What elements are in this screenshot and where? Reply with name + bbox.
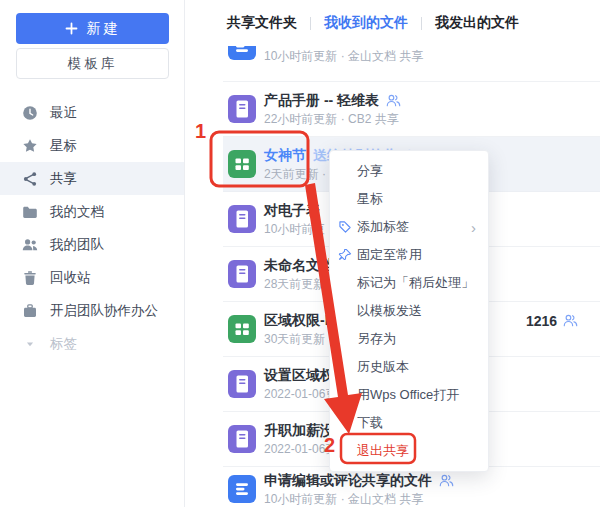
file-title: 对电子表 (264, 202, 325, 219)
people-icon (386, 94, 401, 107)
file-title: 区域权限-E (264, 312, 334, 329)
menu-item-exit-share[interactable]: 退出共享 (330, 437, 488, 465)
file-meta: 2022-01-06更 (264, 387, 337, 401)
file-meta: 30天前更新 (264, 332, 334, 346)
tab-received-files[interactable]: 我收到的文件 (324, 14, 408, 32)
sidebar-item-tags[interactable]: 标签 (0, 327, 184, 360)
sidebar-item-label: 共享 (50, 170, 77, 188)
new-button[interactable]: 新建 (16, 13, 169, 44)
sidebar-item-label: 开启团队协作办公 (50, 302, 158, 320)
file-meta: 10小时前更 (264, 222, 325, 236)
briefcase-icon (22, 303, 38, 319)
main-content: 共享文件夹我收到的文件我发出的文件 10小时前更新 · 金山文档 共享 产品手册… (185, 0, 600, 507)
file-title: 申请编辑或评论共享的文件 (264, 472, 454, 489)
sidebar-item-label: 星标 (50, 137, 77, 155)
file-title: 未命名文档 (264, 257, 334, 274)
sidebar-item-label: 最近 (50, 104, 77, 122)
menu-item-label: 用Wps Office打开 (357, 386, 459, 404)
doc-blue-icon (228, 475, 256, 503)
menu-item-send-as-template[interactable]: 以模板发送 (330, 297, 488, 325)
file-meta: 22小时前更新 · CB2 共享 (264, 112, 401, 126)
trash-icon (22, 270, 38, 286)
sidebar-item-starred[interactable]: 星标 (0, 129, 184, 162)
menu-item-add-tag[interactable]: 添加标签 › (330, 213, 488, 241)
file-meta: 10小时前更新 · 金山文档 共享 (264, 49, 423, 63)
menu-item-download[interactable]: 下载 (330, 409, 488, 437)
sheet-green-icon (228, 315, 256, 343)
sidebar-nav: 最近 星标 共享 我的文档 我的团队 回收站 开启团队协作办公 标签 (0, 96, 184, 360)
file-row[interactable]: 产品手册 -- 轻维表 22小时前更新 · CB2 共享 (223, 82, 600, 137)
new-button-label: 新建 (87, 20, 121, 38)
team-icon (22, 237, 38, 253)
file-meta: 10小时前更新 · 金山文档 共享 (264, 492, 454, 506)
sidebar-item-my-team[interactable]: 我的团队 (0, 228, 184, 261)
share-icon (22, 171, 38, 187)
menu-item-star[interactable]: 星标 (330, 185, 488, 213)
template-library-button[interactable]: 模板库 (16, 48, 169, 79)
menu-item-label: 下载 (357, 414, 383, 432)
menu-item-label: 历史版本 (357, 358, 409, 376)
file-meta: 28天前更新 (264, 277, 334, 291)
doc-purple-icon (228, 425, 256, 453)
chevron-right-icon: › (471, 220, 476, 235)
menu-item-label: 固定至常用 (357, 246, 422, 264)
caret-down-icon (22, 336, 38, 352)
sidebar-item-recycle-bin[interactable]: 回收站 (0, 261, 184, 294)
tab-divider (421, 17, 422, 30)
sidebar-item-my-docs[interactable]: 我的文档 (0, 195, 184, 228)
star-icon (22, 138, 38, 154)
doc-purple-icon (228, 260, 256, 288)
plus-icon (65, 22, 78, 35)
template-library-label: 模板库 (68, 55, 118, 73)
menu-item-label: 标记为「稍后处理」 (357, 274, 474, 292)
sidebar-item-label: 我的团队 (50, 236, 104, 254)
file-title: 产品手册 -- 轻维表 (264, 92, 401, 109)
sidebar-item-label: 回收站 (50, 269, 91, 287)
clock-icon (22, 105, 38, 121)
wps-cloud-docs-window: 新建 模板库 最近 星标 共享 我的文档 我的团队 回收站 开启团队协作办公 标… (0, 0, 600, 507)
menu-item-share[interactable]: 分享 (330, 157, 488, 185)
sidebar: 新建 模板库 最近 星标 共享 我的文档 我的团队 回收站 开启团队协作办公 标… (0, 0, 185, 507)
sheet-green-icon (228, 150, 256, 178)
doc-purple-icon (228, 95, 256, 123)
file-row[interactable]: 申请编辑或评论共享的文件 10小时前更新 · 金山文档 共享 (223, 467, 600, 507)
sidebar-item-team-office[interactable]: 开启团队协作办公 (0, 294, 184, 327)
file-meta: 2022-01-06更 (264, 442, 337, 456)
menu-item-label: 分享 (357, 162, 383, 180)
sidebar-item-label: 我的文档 (50, 203, 104, 221)
file-title: 设置区域权 (264, 367, 337, 384)
tag-icon (338, 220, 352, 234)
pin-icon (338, 248, 352, 262)
tab-divider (310, 17, 311, 30)
menu-item-history-version[interactable]: 历史版本 (330, 353, 488, 381)
file-title: 升职加薪没 (264, 422, 337, 439)
menu-item-label: 星标 (357, 190, 383, 208)
people-icon (563, 314, 578, 327)
doc-purple-icon (228, 205, 256, 233)
menu-item-label: 添加标签 (357, 218, 409, 236)
sidebar-item-recent[interactable]: 最近 (0, 96, 184, 129)
sidebar-item-label: 标签 (50, 335, 77, 353)
file-title-tail: 1216 (526, 312, 578, 329)
context-menu: 分享 星标 添加标签 › 固定至常用 标记为「稍后处理」 以模板发送 另存为 历… (329, 150, 489, 472)
menu-item-label: 另存为 (357, 330, 396, 348)
menu-item-save-as[interactable]: 另存为 (330, 325, 488, 353)
sidebar-item-shared[interactable]: 共享 (0, 162, 184, 195)
menu-item-label: 退出共享 (357, 442, 409, 460)
menu-item-label: 以模板发送 (357, 302, 422, 320)
folder-icon (22, 204, 38, 220)
menu-item-pin-frequent[interactable]: 固定至常用 (330, 241, 488, 269)
tab-shared-folders[interactable]: 共享文件夹 (227, 14, 297, 32)
menu-item-open-with-wps[interactable]: 用Wps Office打开 (330, 381, 488, 409)
doc-purple-icon (228, 370, 256, 398)
people-icon (439, 474, 454, 487)
tab-sent-files[interactable]: 我发出的文件 (435, 14, 519, 32)
menu-item-mark-later[interactable]: 标记为「稍后处理」 (330, 269, 488, 297)
tab-bar: 共享文件夹我收到的文件我发出的文件 (185, 0, 600, 46)
